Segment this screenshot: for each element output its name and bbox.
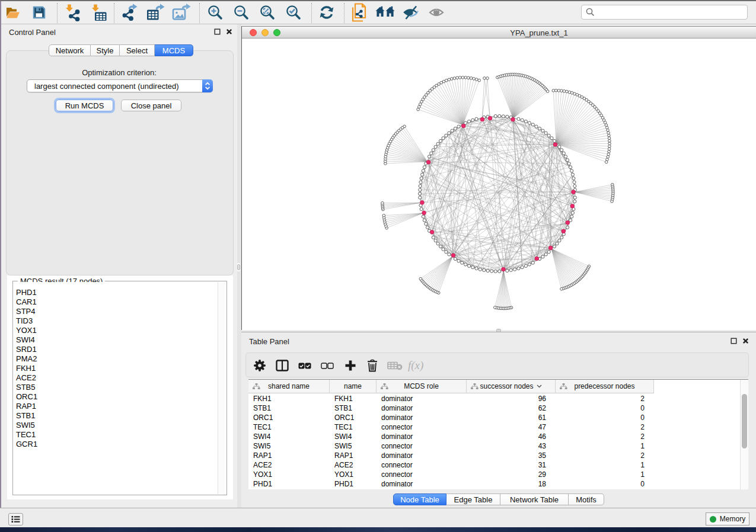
toolbar-separator	[57, 3, 58, 23]
function-builder-icon: f(x)	[407, 359, 425, 372]
cell-role: dominator	[377, 479, 467, 489]
mcds-result-item[interactable]: ORC1	[14, 392, 218, 402]
function-builder-button[interactable]: f(x)	[406, 355, 427, 376]
task-history-button[interactable]	[8, 513, 23, 525]
cell-role: connector	[377, 441, 467, 451]
mcds-result-item[interactable]: STB5	[14, 383, 218, 392]
toolbar-separator	[344, 3, 344, 23]
first-neighbors-button[interactable]	[374, 2, 397, 23]
clear-table-icon	[387, 361, 403, 370]
export-network-button[interactable]	[117, 2, 141, 23]
cell-role: dominator	[377, 413, 467, 422]
table-panel-tabs: Node TableEdge TableNetwork TableMotifs	[241, 493, 756, 505]
table-panel-title: Table Panel	[249, 337, 289, 346]
tab-select[interactable]: Select	[120, 44, 155, 56]
hide-selection-button[interactable]	[399, 2, 423, 23]
cell-pred: 2	[556, 394, 654, 403]
mcds-result-item[interactable]: CAR1	[14, 297, 218, 307]
network-canvas[interactable]	[242, 39, 756, 330]
network-window-titlebar[interactable]: YPA_prune.txt_1	[242, 27, 756, 39]
clone-network-button[interactable]	[348, 2, 372, 23]
mcds-result-item[interactable]: GCR1	[14, 440, 218, 449]
column-header-predecessor-nodes[interactable]: predecessor nodes	[556, 380, 654, 393]
float-icon[interactable]	[214, 28, 221, 35]
show-all-button[interactable]	[425, 2, 449, 23]
mcds-result-item[interactable]: FKH1	[14, 364, 218, 373]
unselect-all-columns-button[interactable]	[317, 355, 338, 376]
tab-motifs[interactable]: Motifs	[569, 493, 604, 505]
export-image-icon	[172, 4, 191, 21]
mcds-result-item[interactable]: STB1	[14, 411, 218, 421]
mcds-result-item[interactable]: TEC1	[14, 430, 218, 440]
column-header-label: predecessor nodes	[574, 382, 634, 390]
table-scrollbar[interactable]	[740, 380, 748, 489]
mcds-result-item[interactable]: STP4	[14, 307, 218, 316]
cell-pred: 2	[556, 451, 654, 460]
memory-button[interactable]: Memory	[706, 512, 749, 525]
mcds-result-item[interactable]: ACE2	[14, 373, 218, 383]
mcds-result-item[interactable]: SWI4	[14, 335, 218, 345]
mcds-result-item[interactable]: SRD1	[14, 345, 218, 354]
delete-column-button[interactable]	[362, 355, 383, 376]
mcds-result-item[interactable]: SWI5	[14, 421, 218, 430]
tab-node-table[interactable]: Node Table	[393, 493, 446, 505]
tab-network-table[interactable]: Network Table	[500, 493, 569, 505]
mcds-result-item[interactable]: YOX1	[14, 326, 218, 335]
add-icon	[344, 360, 356, 371]
zoom-selected-button[interactable]	[282, 2, 305, 23]
export-table-icon	[146, 4, 165, 21]
open-session-button[interactable]	[1, 2, 25, 23]
column-header-label: shared name	[268, 382, 310, 390]
column-header-name[interactable]: name	[330, 380, 377, 393]
run-mcds-button[interactable]: Run MCDS	[56, 100, 113, 111]
column-header-label: name	[344, 382, 362, 390]
column-header-successor-nodes[interactable]: successor nodes	[467, 380, 556, 393]
zoom-fit-icon	[259, 4, 276, 21]
tab-mcds[interactable]: MCDS	[155, 44, 193, 56]
export-table-button[interactable]	[143, 2, 167, 23]
tab-network[interactable]: Network	[49, 44, 91, 56]
zoom-out-button[interactable]	[229, 2, 253, 23]
mcds-result-item[interactable]: TID3	[14, 316, 218, 326]
search-input[interactable]	[598, 7, 747, 18]
clear-table-button[interactable]	[384, 355, 406, 376]
mcds-result-item[interactable]: PMA2	[14, 354, 218, 364]
close-icon[interactable]	[742, 338, 749, 344]
network-window-title: YPA_prune.txt_1	[242, 28, 756, 37]
toolbar-separator	[311, 3, 312, 23]
export-image-button[interactable]	[170, 2, 193, 23]
toolbar-separator	[199, 3, 200, 23]
tab-edge-table[interactable]: Edge Table	[446, 493, 500, 505]
first-neighbors-icon	[375, 5, 395, 20]
show-column-panel-button[interactable]	[272, 355, 293, 376]
cell-role: dominator	[377, 432, 467, 441]
select-all-columns-button[interactable]	[294, 355, 315, 376]
control-panel-tabs: NetworkStyleSelectMCDS	[49, 44, 193, 56]
mcds-result-list[interactable]: PHD1CAR1STP4TID3YOX1SWI4SRD1PMA2FKH1ACE2…	[14, 282, 218, 494]
hide-selection-icon	[402, 5, 420, 20]
splitter-handle[interactable]	[237, 264, 240, 270]
column-header-MCDS-role[interactable]: MCDS role	[377, 380, 467, 393]
close-icon[interactable]	[226, 28, 232, 35]
mcds-list-scrollbar[interactable]	[218, 282, 226, 494]
zoom-in-button[interactable]	[203, 2, 227, 23]
network-window: YPA_prune.txt_1	[241, 26, 756, 330]
close-panel-button[interactable]: Close panel	[121, 100, 181, 111]
import-network-button[interactable]	[60, 2, 84, 23]
node-table-grid[interactable]: shared namenameMCDS rolesuccessor nodesp…	[248, 380, 740, 489]
mcds-result-item[interactable]: RAP1	[14, 402, 218, 411]
mcds-result-item[interactable]: PHD1	[14, 288, 218, 297]
table-options-button[interactable]	[249, 355, 270, 376]
refresh-view-button[interactable]	[315, 2, 339, 23]
cell-succ: 47	[467, 422, 556, 432]
save-session-button[interactable]	[27, 2, 51, 23]
create-column-button[interactable]	[340, 355, 361, 376]
panel-splitter[interactable]	[237, 24, 241, 508]
import-table-button[interactable]	[87, 2, 110, 23]
tab-style[interactable]: Style	[91, 44, 120, 56]
table-scrollbar-thumb[interactable]	[742, 394, 747, 448]
column-header-shared-name[interactable]: shared name	[248, 380, 330, 393]
optimization-criterion-select[interactable]: largest connected component (undirected)	[27, 79, 213, 92]
float-icon[interactable]	[731, 338, 737, 344]
zoom-fit-button[interactable]	[256, 2, 279, 23]
